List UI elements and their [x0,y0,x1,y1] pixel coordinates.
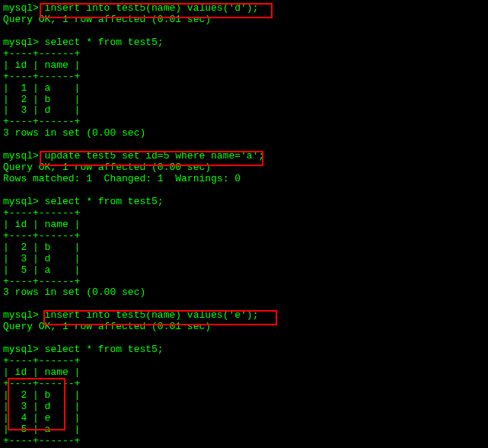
terminal-output: mysql> insert into test5(name) values('d… [3,3,485,448]
